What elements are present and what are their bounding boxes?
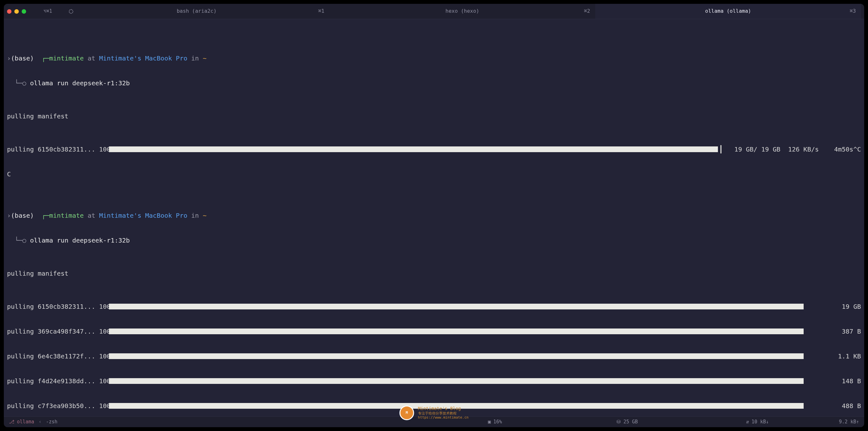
pane-shortcut: ⌥⌘1 bbox=[32, 8, 64, 14]
status-net-down: ⇵ 10 kB↓ bbox=[746, 419, 769, 425]
status-cpu: ▣ 16% bbox=[488, 419, 502, 425]
window-controls bbox=[7, 9, 26, 14]
command-line: └─○ ollama run deepseek-r1:32b bbox=[7, 236, 861, 244]
prompt-continuation: └─○ bbox=[15, 236, 30, 244]
status-process-name: ollama bbox=[17, 419, 34, 425]
network-icon: ⇵ bbox=[746, 419, 749, 425]
progress-size: 19 GB bbox=[807, 302, 861, 311]
output-line: C bbox=[7, 170, 861, 178]
prompt-cwd: ~ bbox=[203, 212, 207, 219]
spinner-icon bbox=[69, 9, 73, 14]
command-text: ollama run deepseek-r1:32b bbox=[30, 236, 130, 244]
progress-row: pulling 6150cb382311... 100% 19 GB bbox=[7, 302, 861, 311]
tab-bar: bash (aria2c) ⌘1 hexo (hexo) ⌘2 ollama (… bbox=[64, 4, 861, 19]
status-process: ⎇ ollama ‹ -zsh bbox=[9, 419, 57, 425]
prompt-user: mintimate bbox=[49, 55, 84, 62]
progress-label: pulling 369ca498f347... 100% bbox=[7, 327, 106, 335]
tab-label: ollama (ollama) bbox=[705, 8, 751, 14]
prompt-line: ›(base) ┌─mintimate at Mintimate's MacBo… bbox=[7, 54, 861, 62]
prompt-host: Mintimate's MacBook Pro bbox=[99, 212, 187, 219]
output-line: pulling manifest bbox=[7, 112, 861, 120]
status-net-up: 9.2 kB↑ bbox=[839, 419, 859, 425]
progress-bar bbox=[109, 304, 804, 309]
progress-size: 148 B bbox=[807, 377, 861, 385]
prompt-marker: › bbox=[7, 55, 11, 62]
progress-row: pulling f4d24e9138dd... 100% 148 B bbox=[7, 377, 861, 385]
progress-size: 488 B bbox=[807, 402, 861, 410]
progress-bar bbox=[109, 146, 730, 152]
zoom-icon[interactable] bbox=[22, 9, 26, 14]
disk-icon: ⛁ bbox=[617, 419, 621, 425]
tab-shortcut: ⌘1 bbox=[318, 8, 324, 14]
status-shell: -zsh bbox=[46, 419, 57, 425]
prompt-in: in bbox=[191, 55, 199, 62]
terminal-viewport[interactable]: ›(base) ┌─mintimate at Mintimate's MacBo… bbox=[4, 19, 864, 417]
status-disk-value: 25 GB bbox=[623, 419, 638, 425]
status-disk: ⛁ 25 GB bbox=[617, 419, 638, 425]
status-net-up-value: 9.2 kB↑ bbox=[839, 419, 859, 425]
progress-label: pulling 6150cb382311... 100% bbox=[7, 145, 106, 154]
progress-row: pulling 6150cb382311... 100% 19 GB/ 19 G… bbox=[7, 145, 861, 154]
close-icon[interactable] bbox=[7, 9, 11, 14]
prompt-host: Mintimate's MacBook Pro bbox=[99, 55, 187, 62]
pane-shortcut-label: ⌥⌘1 bbox=[43, 8, 52, 14]
conda-env: (base) bbox=[11, 212, 34, 219]
progress-row: pulling 6e4c38e1172f... 100% 1.1 KB bbox=[7, 352, 861, 360]
progress-bar bbox=[109, 329, 804, 334]
terminal-window: ⌥⌘1 bash (aria2c) ⌘1 hexo (hexo) ⌘2 olla… bbox=[4, 4, 864, 427]
progress-row: pulling 369ca498f347... 100% 387 B bbox=[7, 327, 861, 335]
progress-label: pulling 6150cb382311... 100% bbox=[7, 302, 106, 311]
branch-icon: ⎇ bbox=[9, 419, 14, 425]
command-text: ollama run deepseek-r1:32b bbox=[30, 79, 130, 87]
status-bar: ⎇ ollama ‹ -zsh ▣ 16% ⛁ 25 GB ⇵ 10 kB↓ 9… bbox=[4, 417, 864, 427]
tab-label: hexo (hexo) bbox=[445, 8, 479, 14]
prompt-line: ›(base) ┌─mintimate at Mintimate's MacBo… bbox=[7, 211, 861, 220]
progress-size: 387 B bbox=[807, 327, 861, 335]
prompt-at: at bbox=[88, 212, 95, 219]
separator-icon: ‹ bbox=[38, 419, 41, 425]
tab-bash[interactable]: bash (aria2c) ⌘1 bbox=[64, 4, 330, 19]
status-net-down-value: 10 kB↓ bbox=[752, 419, 769, 425]
progress-label: pulling 6e4c38e1172f... 100% bbox=[7, 352, 106, 360]
prompt-user: mintimate bbox=[49, 212, 84, 219]
progress-stats: 19 GB/ 19 GB 126 KB/s 4m50s^C bbox=[734, 145, 861, 154]
progress-bar bbox=[109, 378, 804, 384]
tab-shortcut: ⌘3 bbox=[850, 8, 856, 14]
tab-label: bash (aria2c) bbox=[177, 8, 216, 14]
prompt-continuation: └─○ bbox=[15, 79, 30, 87]
titlebar: ⌥⌘1 bash (aria2c) ⌘1 hexo (hexo) ⌘2 olla… bbox=[4, 4, 864, 19]
tab-ollama[interactable]: ollama (ollama) ⌘3 bbox=[595, 4, 861, 19]
progress-row: pulling c7f3ea903b50... 100% 488 B bbox=[7, 402, 861, 410]
progress-label: pulling c7f3ea903b50... 100% bbox=[7, 402, 106, 410]
progress-bar bbox=[109, 403, 804, 409]
tab-shortcut: ⌘2 bbox=[584, 8, 590, 14]
output-line: pulling manifest bbox=[7, 269, 861, 277]
tab-hexo[interactable]: hexo (hexo) ⌘2 bbox=[330, 4, 595, 19]
prompt-cwd: ~ bbox=[203, 55, 207, 62]
prompt-marker: › bbox=[7, 212, 11, 219]
progress-size: 1.1 KB bbox=[807, 352, 861, 360]
minimize-icon[interactable] bbox=[14, 9, 19, 14]
status-cpu-value: 16% bbox=[493, 419, 502, 425]
cpu-icon: ▣ bbox=[488, 419, 491, 425]
prompt-in: in bbox=[191, 212, 199, 219]
progress-bar bbox=[109, 353, 804, 359]
command-line: └─○ ollama run deepseek-r1:32b bbox=[7, 79, 861, 87]
progress-label: pulling f4d24e9138dd... 100% bbox=[7, 377, 106, 385]
prompt-at: at bbox=[88, 55, 95, 62]
conda-env: (base) bbox=[11, 55, 34, 62]
